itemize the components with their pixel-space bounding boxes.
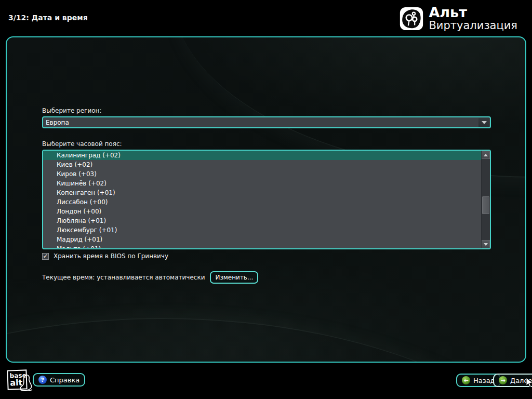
- change-time-button[interactable]: Изменить...: [210, 271, 258, 284]
- footer-bar: base alt ? Справка ← Назад → Далее: [0, 363, 532, 399]
- next-button[interactable]: → Далее: [493, 374, 532, 387]
- basealt-logo: base alt: [5, 369, 34, 395]
- triangle-up-icon: [484, 154, 488, 156]
- top-bar: 3/12: Дата и время Альт Виртуализация: [0, 0, 532, 33]
- bios-time-option[interactable]: ✓ Хранить время в BIOS по Гринвичу: [42, 252, 168, 260]
- back-button-label: Назад: [473, 377, 495, 384]
- region-select-dropdown-button[interactable]: [478, 118, 489, 127]
- brand-text: Альт Виртуализация: [429, 5, 517, 32]
- chevron-down-icon: [482, 121, 487, 124]
- penguin-icon: [19, 374, 34, 392]
- region-label: Выберите регион:: [42, 107, 101, 114]
- list-item[interactable]: Калининград (+02): [43, 151, 481, 160]
- arrow-left-icon: ←: [462, 376, 470, 384]
- arrow-right-icon: →: [499, 376, 507, 384]
- next-button-label: Далее: [510, 377, 532, 384]
- timezone-scrollbar[interactable]: [481, 151, 490, 248]
- list-item[interactable]: Лиссабон (+00): [43, 197, 481, 207]
- help-button-label: Справка: [50, 376, 79, 384]
- scrollbar-track[interactable]: [482, 159, 490, 240]
- list-item[interactable]: Киров (+03): [43, 169, 481, 179]
- help-question-icon: ?: [38, 376, 47, 384]
- bios-time-label: Хранить время в BIOS по Гринвичу: [54, 252, 168, 260]
- help-button[interactable]: ? Справка: [33, 373, 85, 387]
- brand-product: Виртуализация: [429, 19, 517, 32]
- triangle-down-icon: [484, 243, 488, 246]
- main-panel: Выберите регион: Европа Выберите часовой…: [6, 36, 526, 363]
- list-item[interactable]: Киев (+02): [43, 160, 481, 169]
- region-select[interactable]: Европа: [42, 116, 491, 128]
- list-item[interactable]: Копенгаген (+01): [43, 188, 481, 197]
- list-item[interactable]: Лондон (+00): [43, 207, 481, 216]
- list-item[interactable]: Мадрид (+01): [43, 235, 481, 244]
- list-item[interactable]: Мальта (+01): [43, 244, 481, 248]
- timezone-listbox: Калининград (+02) Киев (+02) Киров (+03)…: [42, 150, 491, 249]
- list-item[interactable]: Кишинёв (+02): [43, 179, 481, 188]
- brand-name: Альт: [429, 5, 517, 19]
- scrollbar-up-button[interactable]: [482, 151, 490, 159]
- list-item[interactable]: Любляна (+01): [43, 216, 481, 225]
- scrollbar-down-button[interactable]: [482, 240, 490, 248]
- current-time-row: Текущее время: устанавливается автоматич…: [42, 271, 258, 284]
- alt-logo-icon: [400, 7, 423, 31]
- region-select-value: Европа: [43, 119, 478, 126]
- scrollbar-thumb[interactable]: [482, 196, 489, 214]
- background-swirl: [6, 318, 526, 363]
- list-item[interactable]: Люксембург (+01): [43, 225, 481, 235]
- timezone-list: Калининград (+02) Киев (+02) Киров (+03)…: [43, 151, 481, 248]
- brand-logo: Альт Виртуализация: [400, 5, 517, 32]
- bios-time-checkbox[interactable]: ✓: [42, 253, 49, 260]
- current-time-label: Текущее время: устанавливается автоматич…: [42, 274, 205, 281]
- timezone-label: Выберите часовой пояс:: [42, 140, 122, 148]
- step-title: 3/12: Дата и время: [8, 14, 88, 22]
